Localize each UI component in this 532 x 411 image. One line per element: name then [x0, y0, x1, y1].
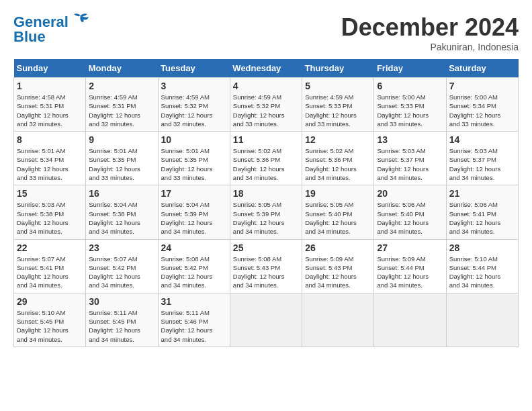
day-info: Sunrise: 5:00 AM Sunset: 5:33 PM Dayligh…	[377, 93, 443, 128]
day-number: 7	[449, 81, 515, 91]
table-row: 13Sunrise: 5:03 AM Sunset: 5:37 PM Dayli…	[374, 132, 446, 185]
table-row: 9Sunrise: 5:01 AM Sunset: 5:35 PM Daylig…	[86, 132, 158, 185]
day-info: Sunrise: 4:59 AM Sunset: 5:31 PM Dayligh…	[89, 93, 154, 128]
day-number: 17	[161, 188, 227, 199]
day-info: Sunrise: 5:11 AM Sunset: 5:46 PM Dayligh…	[161, 308, 227, 344]
day-info: Sunrise: 5:02 AM Sunset: 5:36 PM Dayligh…	[233, 146, 299, 182]
logo: General Blue	[13, 13, 90, 46]
day-number: 14	[449, 134, 515, 145]
day-number: 29	[17, 296, 83, 307]
calendar-header-row: Sunday Monday Tuesday Wednesday Thursday…	[14, 59, 519, 78]
logo-blue: Blue	[13, 28, 46, 46]
table-row: 29Sunrise: 5:10 AM Sunset: 5:45 PM Dayli…	[14, 293, 86, 347]
table-row: 16Sunrise: 5:04 AM Sunset: 5:38 PM Dayli…	[86, 185, 158, 239]
day-info: Sunrise: 5:08 AM Sunset: 5:43 PM Dayligh…	[233, 255, 299, 290]
day-number: 22	[17, 242, 83, 253]
table-row: 17Sunrise: 5:04 AM Sunset: 5:39 PM Dayli…	[158, 185, 230, 239]
month-title: December 2024	[341, 13, 519, 42]
col-saturday: Saturday	[446, 59, 518, 78]
col-sunday: Sunday	[14, 59, 86, 78]
day-info: Sunrise: 5:10 AM Sunset: 5:44 PM Dayligh…	[449, 255, 515, 290]
day-number: 26	[305, 242, 371, 253]
day-number: 31	[161, 296, 227, 307]
day-info: Sunrise: 5:00 AM Sunset: 5:34 PM Dayligh…	[449, 93, 515, 128]
title-section: December 2024 Pakuniran, Indonesia	[341, 13, 519, 52]
table-row: 18Sunrise: 5:05 AM Sunset: 5:39 PM Dayli…	[230, 185, 302, 239]
day-info: Sunrise: 5:09 AM Sunset: 5:44 PM Dayligh…	[377, 255, 443, 290]
table-row: 3Sunrise: 4:59 AM Sunset: 5:32 PM Daylig…	[158, 78, 230, 132]
table-row: 25Sunrise: 5:08 AM Sunset: 5:43 PM Dayli…	[230, 239, 302, 293]
day-number: 21	[449, 188, 515, 199]
day-number: 16	[89, 188, 154, 199]
day-number: 13	[377, 134, 443, 145]
day-info: Sunrise: 5:06 AM Sunset: 5:40 PM Dayligh…	[377, 200, 443, 236]
table-row: 30Sunrise: 5:11 AM Sunset: 5:45 PM Dayli…	[86, 293, 158, 347]
table-row: 12Sunrise: 5:02 AM Sunset: 5:36 PM Dayli…	[302, 132, 374, 185]
table-row: 19Sunrise: 5:05 AM Sunset: 5:40 PM Dayli…	[302, 185, 374, 239]
calendar-week-row: 22Sunrise: 5:07 AM Sunset: 5:41 PM Dayli…	[14, 239, 519, 293]
table-row	[302, 293, 374, 347]
day-number: 20	[377, 188, 443, 199]
day-info: Sunrise: 5:03 AM Sunset: 5:37 PM Dayligh…	[377, 146, 443, 182]
table-row: 4Sunrise: 4:59 AM Sunset: 5:32 PM Daylig…	[230, 78, 302, 132]
day-number: 5	[305, 81, 371, 91]
col-tuesday: Tuesday	[158, 59, 230, 78]
table-row: 21Sunrise: 5:06 AM Sunset: 5:41 PM Dayli…	[446, 185, 518, 239]
table-row: 28Sunrise: 5:10 AM Sunset: 5:44 PM Dayli…	[446, 239, 518, 293]
calendar-table: Sunday Monday Tuesday Wednesday Thursday…	[13, 59, 519, 347]
table-row: 24Sunrise: 5:08 AM Sunset: 5:42 PM Dayli…	[158, 239, 230, 293]
table-row: 20Sunrise: 5:06 AM Sunset: 5:40 PM Dayli…	[374, 185, 446, 239]
table-row: 6Sunrise: 5:00 AM Sunset: 5:33 PM Daylig…	[374, 78, 446, 132]
day-number: 6	[377, 81, 443, 91]
day-info: Sunrise: 5:11 AM Sunset: 5:45 PM Dayligh…	[89, 308, 154, 344]
calendar-week-row: 29Sunrise: 5:10 AM Sunset: 5:45 PM Dayli…	[14, 293, 519, 347]
table-row: 27Sunrise: 5:09 AM Sunset: 5:44 PM Dayli…	[374, 239, 446, 293]
day-number: 15	[17, 188, 83, 199]
day-info: Sunrise: 5:09 AM Sunset: 5:43 PM Dayligh…	[305, 255, 371, 290]
day-number: 27	[377, 242, 443, 253]
day-info: Sunrise: 5:05 AM Sunset: 5:39 PM Dayligh…	[233, 200, 299, 236]
day-info: Sunrise: 5:01 AM Sunset: 5:35 PM Dayligh…	[89, 146, 154, 182]
day-number: 12	[305, 134, 371, 145]
col-thursday: Thursday	[302, 59, 374, 78]
table-row: 23Sunrise: 5:07 AM Sunset: 5:42 PM Dayli…	[86, 239, 158, 293]
calendar-week-row: 8Sunrise: 5:01 AM Sunset: 5:34 PM Daylig…	[14, 132, 519, 185]
table-row	[374, 293, 446, 347]
day-info: Sunrise: 5:06 AM Sunset: 5:41 PM Dayligh…	[449, 200, 515, 236]
day-number: 25	[233, 242, 299, 253]
day-info: Sunrise: 5:07 AM Sunset: 5:41 PM Dayligh…	[17, 255, 83, 290]
day-info: Sunrise: 5:03 AM Sunset: 5:37 PM Dayligh…	[449, 146, 515, 182]
day-number: 3	[161, 81, 227, 91]
day-info: Sunrise: 4:59 AM Sunset: 5:33 PM Dayligh…	[305, 93, 371, 128]
day-info: Sunrise: 5:08 AM Sunset: 5:42 PM Dayligh…	[161, 255, 227, 290]
day-number: 23	[89, 242, 154, 253]
col-wednesday: Wednesday	[230, 59, 302, 78]
day-info: Sunrise: 5:10 AM Sunset: 5:45 PM Dayligh…	[17, 308, 83, 344]
day-number: 4	[233, 81, 299, 91]
table-row: 31Sunrise: 5:11 AM Sunset: 5:46 PM Dayli…	[158, 293, 230, 347]
day-info: Sunrise: 4:59 AM Sunset: 5:32 PM Dayligh…	[161, 93, 227, 128]
table-row: 22Sunrise: 5:07 AM Sunset: 5:41 PM Dayli…	[14, 239, 86, 293]
table-row: 11Sunrise: 5:02 AM Sunset: 5:36 PM Dayli…	[230, 132, 302, 185]
day-info: Sunrise: 5:07 AM Sunset: 5:42 PM Dayligh…	[89, 255, 154, 290]
table-row: 8Sunrise: 5:01 AM Sunset: 5:34 PM Daylig…	[14, 132, 86, 185]
day-number: 30	[89, 296, 154, 307]
day-number: 11	[233, 134, 299, 145]
day-info: Sunrise: 5:04 AM Sunset: 5:39 PM Dayligh…	[161, 200, 227, 236]
day-number: 2	[89, 81, 154, 91]
day-info: Sunrise: 5:01 AM Sunset: 5:34 PM Dayligh…	[17, 146, 83, 182]
table-row: 7Sunrise: 5:00 AM Sunset: 5:34 PM Daylig…	[446, 78, 518, 132]
location: Pakuniran, Indonesia	[341, 42, 519, 52]
logo-bird-icon	[71, 13, 90, 26]
table-row: 14Sunrise: 5:03 AM Sunset: 5:37 PM Dayli…	[446, 132, 518, 185]
table-row	[230, 293, 302, 347]
calendar-week-row: 1Sunrise: 4:58 AM Sunset: 5:31 PM Daylig…	[14, 78, 519, 132]
day-info: Sunrise: 4:59 AM Sunset: 5:32 PM Dayligh…	[233, 93, 299, 128]
col-monday: Monday	[86, 59, 158, 78]
day-info: Sunrise: 5:05 AM Sunset: 5:40 PM Dayligh…	[305, 200, 371, 236]
col-friday: Friday	[374, 59, 446, 78]
day-number: 1	[17, 81, 83, 91]
page-header: General Blue December 2024 Pakuniran, In…	[13, 13, 519, 52]
day-number: 18	[233, 188, 299, 199]
table-row: 2Sunrise: 4:59 AM Sunset: 5:31 PM Daylig…	[86, 78, 158, 132]
